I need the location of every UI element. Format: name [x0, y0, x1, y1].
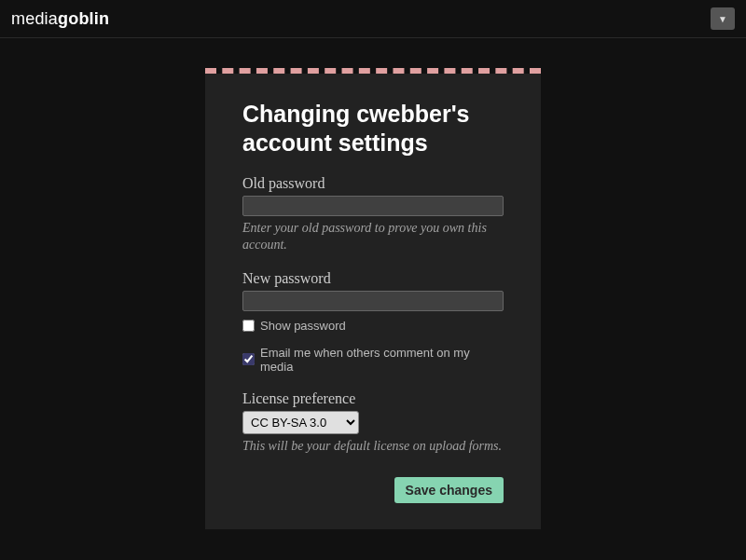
logo-text-bold: goblin [58, 9, 109, 28]
page-title: Changing cwebber's account settings [242, 100, 504, 158]
show-password-label: Show password [260, 319, 346, 333]
old-password-label: Old password [242, 175, 504, 192]
settings-panel: Changing cwebber's account settings Old … [205, 74, 541, 529]
logo[interactable]: mediagoblin [11, 9, 109, 29]
show-password-checkbox[interactable] [242, 320, 255, 332]
panel-wrapper: Changing cwebber's account settings Old … [205, 68, 541, 529]
new-password-input[interactable] [242, 291, 504, 311]
email-comments-checkbox[interactable] [242, 353, 255, 365]
save-row: Save changes [242, 477, 504, 503]
old-password-input[interactable] [242, 196, 504, 216]
dropdown-menu-button[interactable]: ▼ [711, 7, 735, 30]
new-password-block: New password Show password [242, 270, 504, 333]
show-password-row: Show password [242, 319, 504, 333]
license-select[interactable]: CC BY-SA 3.0 [242, 411, 359, 434]
old-password-block: Old password Enter your old password to … [242, 175, 504, 253]
license-block: License preference CC BY-SA 3.0 This wil… [242, 390, 504, 455]
main-content: Changing cwebber's account settings Old … [0, 38, 746, 560]
license-label: License preference [242, 390, 504, 407]
new-password-label: New password [242, 270, 504, 287]
email-comments-row: Email me when others comment on my media [242, 346, 504, 374]
save-button[interactable]: Save changes [394, 477, 504, 503]
chevron-down-icon: ▼ [718, 14, 727, 24]
license-helper: This will be your default license on upl… [242, 438, 504, 455]
logo-text-plain: media [11, 9, 58, 28]
email-comments-label: Email me when others comment on my media [260, 346, 504, 374]
topbar: mediagoblin ▼ [0, 0, 746, 38]
old-password-helper: Enter your old password to prove you own… [242, 220, 504, 253]
